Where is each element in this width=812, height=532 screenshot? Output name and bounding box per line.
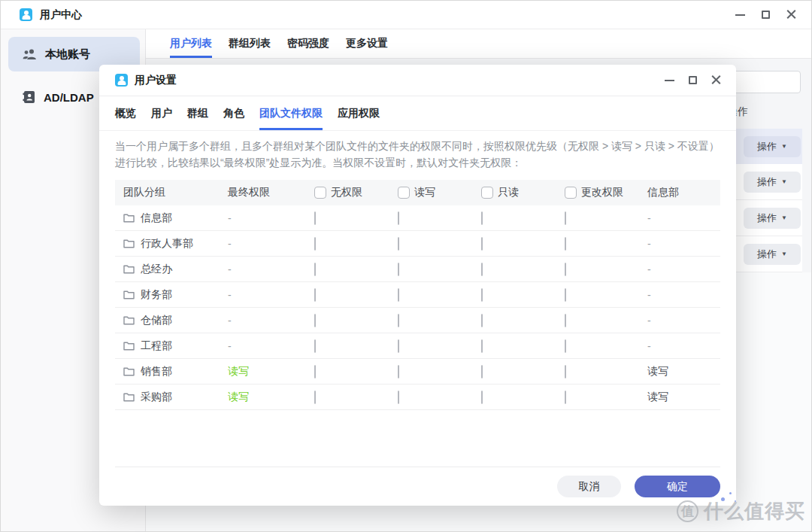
group-name: 采购部 bbox=[141, 391, 172, 404]
group-cell: 财务部 bbox=[115, 288, 228, 302]
permission-checkbox[interactable] bbox=[398, 391, 399, 404]
main-tab[interactable]: 用户列表 bbox=[170, 29, 212, 58]
permission-checkbox[interactable] bbox=[314, 263, 316, 276]
permission-checkbox[interactable] bbox=[481, 391, 483, 404]
table-row: 工程部-- bbox=[115, 333, 720, 359]
main-tab[interactable]: 密码强度 bbox=[287, 29, 329, 58]
permission-checkbox[interactable] bbox=[314, 237, 316, 251]
checkbox-cell bbox=[314, 289, 398, 301]
info-dept-permission: - bbox=[647, 212, 720, 224]
permission-checkbox[interactable] bbox=[314, 365, 316, 378]
checkbox-cell bbox=[398, 289, 481, 301]
permission-checkbox[interactable] bbox=[481, 237, 483, 251]
app-window: 用户中心 本地账号 AD/LDAP bbox=[0, 0, 812, 532]
checkbox-cell bbox=[481, 366, 565, 378]
permission-checkbox[interactable] bbox=[398, 314, 399, 327]
permission-checkbox[interactable] bbox=[565, 339, 566, 353]
folder-icon bbox=[123, 366, 135, 376]
dialog-tab[interactable]: 角色 bbox=[223, 96, 244, 130]
close-icon[interactable] bbox=[786, 10, 796, 20]
permission-checkbox[interactable] bbox=[314, 314, 316, 327]
permission-checkbox[interactable] bbox=[481, 211, 483, 225]
dialog-tab[interactable]: 应用权限 bbox=[338, 96, 380, 130]
permission-checkbox[interactable] bbox=[565, 211, 566, 225]
permission-checkbox[interactable] bbox=[398, 288, 399, 302]
user-settings-icon bbox=[115, 74, 128, 87]
folder-icon bbox=[123, 315, 135, 325]
permission-table-header: 团队分组 最终权限 无权限 读写 只读 更改权限 信息部 bbox=[115, 180, 720, 205]
dialog-tab[interactable]: 概览 bbox=[115, 96, 136, 130]
checkbox-cell bbox=[565, 315, 647, 327]
sidebar-item-label: AD/LDAP bbox=[44, 91, 94, 104]
main-tab[interactable]: 群组列表 bbox=[229, 29, 271, 58]
select-all-checkbox[interactable] bbox=[314, 187, 326, 199]
permission-checkbox[interactable] bbox=[314, 391, 316, 404]
close-icon[interactable] bbox=[711, 75, 721, 85]
select-all-checkbox[interactable] bbox=[565, 187, 577, 199]
dialog-tab[interactable]: 群组 bbox=[187, 96, 208, 130]
permission-checkbox[interactable] bbox=[314, 339, 316, 353]
cancel-button[interactable]: 取消 bbox=[557, 476, 621, 497]
info-dept-permission: - bbox=[647, 340, 720, 352]
permission-checkbox[interactable] bbox=[565, 391, 566, 404]
final-permission: - bbox=[228, 238, 314, 250]
column-header-info-dept: 信息部 bbox=[647, 186, 720, 199]
permission-checkbox[interactable] bbox=[481, 314, 483, 327]
permission-checkbox[interactable] bbox=[398, 365, 399, 378]
permission-checkbox[interactable] bbox=[314, 288, 316, 302]
minimize-icon[interactable] bbox=[665, 80, 674, 81]
permission-checkbox[interactable] bbox=[481, 288, 483, 302]
select-all-checkbox[interactable] bbox=[398, 187, 410, 199]
dialog-tab[interactable]: 用户 bbox=[151, 96, 172, 130]
checkbox-cell bbox=[565, 391, 647, 403]
permission-checkbox[interactable] bbox=[565, 365, 566, 378]
table-row: 行政人事部-- bbox=[115, 231, 720, 257]
final-permission: - bbox=[228, 340, 314, 352]
confirm-button[interactable]: 确定 bbox=[635, 476, 720, 497]
maximize-icon[interactable] bbox=[689, 76, 697, 84]
info-dept-permission: 读写 bbox=[647, 391, 720, 404]
dialog-footer: 取消 确定 bbox=[115, 467, 720, 506]
checkbox-cell bbox=[314, 366, 398, 378]
main-tab[interactable]: 更多设置 bbox=[346, 29, 388, 58]
sparkle-decoration bbox=[735, 500, 736, 502]
group-name: 总经办 bbox=[141, 263, 172, 276]
checkbox-cell bbox=[398, 263, 481, 275]
column-header-label: 读写 bbox=[414, 186, 435, 199]
group-name: 销售部 bbox=[141, 365, 172, 378]
dialog-tab[interactable]: 团队文件权限 bbox=[259, 96, 323, 130]
checkbox-cell bbox=[398, 315, 481, 327]
action-button-label: 操作 bbox=[757, 248, 777, 261]
users-icon bbox=[22, 48, 37, 60]
checkbox-cell bbox=[314, 263, 398, 275]
checkbox-cell bbox=[565, 212, 647, 224]
minimize-icon[interactable] bbox=[735, 14, 745, 16]
folder-icon bbox=[123, 341, 135, 351]
table-row: 信息部-- bbox=[115, 205, 720, 231]
permission-checkbox[interactable] bbox=[565, 288, 566, 302]
permission-checkbox[interactable] bbox=[398, 263, 399, 276]
permission-checkbox[interactable] bbox=[565, 237, 566, 251]
action-dropdown-button[interactable]: 操作▼ bbox=[744, 172, 801, 193]
permission-checkbox[interactable] bbox=[398, 237, 399, 251]
action-dropdown-button[interactable]: 操作▼ bbox=[744, 136, 801, 157]
permission-checkbox[interactable] bbox=[314, 211, 316, 225]
action-dropdown-button[interactable]: 操作▼ bbox=[744, 208, 801, 229]
checkbox-cell bbox=[314, 391, 398, 403]
maximize-icon[interactable] bbox=[762, 11, 770, 19]
action-dropdown-button[interactable]: 操作▼ bbox=[744, 244, 801, 265]
permission-checkbox[interactable] bbox=[481, 339, 483, 353]
permission-checkbox[interactable] bbox=[565, 314, 566, 327]
permission-checkbox[interactable] bbox=[481, 263, 483, 276]
permission-checkbox[interactable] bbox=[398, 339, 399, 353]
info-dept-permission: - bbox=[647, 315, 720, 327]
permission-checkbox[interactable] bbox=[398, 211, 399, 225]
checkbox-cell bbox=[565, 238, 647, 250]
permission-checkbox[interactable] bbox=[565, 263, 566, 276]
permission-checkbox[interactable] bbox=[481, 365, 483, 378]
sparkle-decoration bbox=[721, 497, 725, 501]
checkbox-cell bbox=[398, 391, 481, 403]
select-all-checkbox[interactable] bbox=[481, 187, 493, 199]
chevron-down-icon: ▼ bbox=[781, 214, 787, 221]
info-dept-permission: - bbox=[647, 289, 720, 301]
